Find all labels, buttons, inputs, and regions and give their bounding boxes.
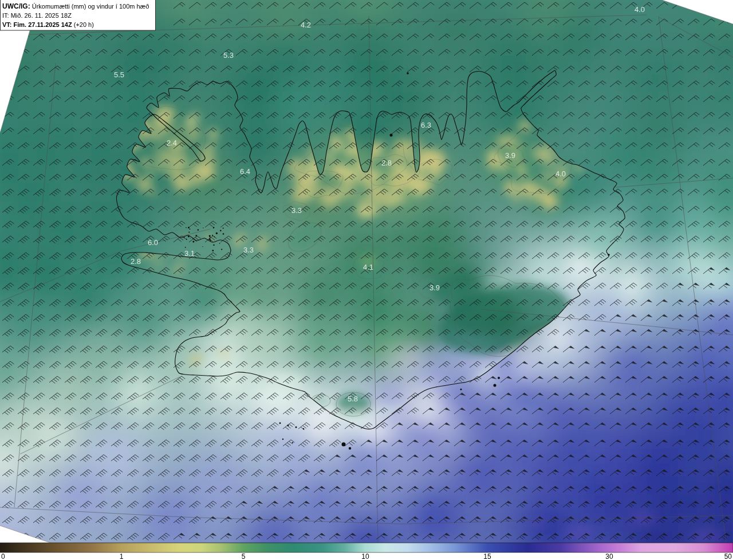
svg-text:VT: Fim. 27.11.2025 14Z (+20 h: VT: Fim. 27.11.2025 14Z (+20 h) bbox=[2, 21, 94, 28]
svg-text:3.1: 3.1 bbox=[184, 249, 195, 258]
svg-text:1: 1 bbox=[120, 553, 124, 560]
svg-text:5: 5 bbox=[242, 553, 246, 560]
svg-text:3.9: 3.9 bbox=[505, 151, 515, 160]
svg-text:5.8: 5.8 bbox=[348, 395, 358, 403]
svg-text:2.8: 2.8 bbox=[381, 159, 392, 167]
svg-text:50: 50 bbox=[724, 553, 732, 560]
svg-text:5.5: 5.5 bbox=[114, 70, 124, 79]
svg-text:6.0: 6.0 bbox=[148, 238, 158, 247]
svg-text:3.9: 3.9 bbox=[429, 283, 440, 292]
svg-text:30: 30 bbox=[605, 553, 613, 560]
svg-text:3.3: 3.3 bbox=[243, 246, 254, 254]
svg-text:3.3: 3.3 bbox=[291, 206, 302, 215]
svg-text:0: 0 bbox=[1, 553, 5, 560]
svg-text:6.4: 6.4 bbox=[240, 167, 250, 176]
svg-text:15: 15 bbox=[483, 553, 491, 560]
svg-text:4.0: 4.0 bbox=[555, 169, 566, 178]
svg-text:5.3: 5.3 bbox=[223, 51, 234, 60]
svg-text:4.0: 4.0 bbox=[635, 5, 645, 14]
svg-text:UWC/IG: Úrkomumætti (mm) og vi: UWC/IG: Úrkomumætti (mm) og vindur í 100… bbox=[2, 2, 149, 10]
svg-text:4.1: 4.1 bbox=[363, 263, 373, 271]
svg-text:2.4: 2.4 bbox=[167, 139, 177, 147]
svg-text:10: 10 bbox=[361, 553, 369, 560]
svg-text:4.2: 4.2 bbox=[301, 21, 311, 29]
svg-text:2.8: 2.8 bbox=[131, 257, 141, 266]
svg-text:IT: Mið. 26. 11. 2025 18Z: IT: Mið. 26. 11. 2025 18Z bbox=[2, 12, 72, 19]
svg-text:6.3: 6.3 bbox=[421, 121, 431, 129]
